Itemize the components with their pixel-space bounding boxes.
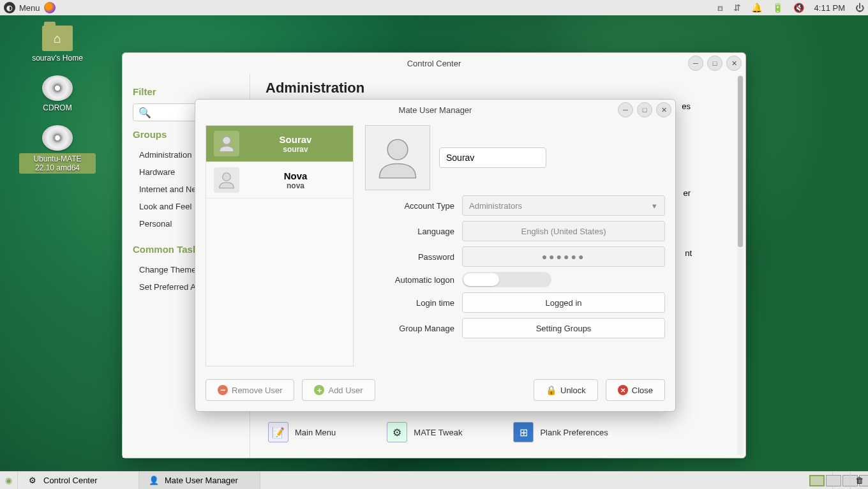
battery-icon[interactable]: 🔋: [772, 3, 783, 13]
show-desktop-button[interactable]: ◉: [0, 472, 18, 490]
login-time-value: Logged in: [545, 298, 581, 308]
trash-icon[interactable]: 🗑: [850, 472, 868, 490]
iso-disc-icon[interactable]: Ubuntu-MATE 22.10 amd64: [19, 125, 96, 174]
taskbar-label: Mate User Manager: [165, 476, 238, 485]
user-details-pane: Account Type Administrators Language Eng…: [365, 125, 665, 366]
workspace-1[interactable]: [809, 475, 825, 486]
home-folder-icon[interactable]: sourav's Home: [19, 26, 96, 63]
auto-logon-toggle[interactable]: [462, 272, 551, 287]
cdrom-icon[interactable]: CDROM: [19, 75, 96, 112]
svg-point-2: [387, 140, 408, 160]
cc-item-mate-tweak[interactable]: ⚙ MATE Tweak: [387, 422, 462, 442]
user-manager-titlebar[interactable]: Mate User Manager ─ □ ✕: [195, 100, 675, 120]
svg-point-0: [223, 137, 231, 145]
main-menu-icon[interactable]: ◐: [4, 2, 15, 13]
window-title: Mate User Manager: [399, 105, 472, 115]
firefox-icon[interactable]: [44, 2, 56, 13]
login-time-button[interactable]: Logged in: [462, 292, 665, 313]
group-manage-label: Group Manage: [365, 324, 454, 333]
user-display-name: Sourav: [246, 134, 345, 145]
bottom-panel: ◉ ⚙ Control Center 👤 Mate User Manager 🗑: [0, 471, 868, 489]
remove-user-button[interactable]: − Remove User: [206, 379, 294, 401]
workspace-switcher[interactable]: [832, 472, 850, 490]
partial-item[interactable]: er: [683, 188, 691, 198]
close-dialog-button[interactable]: ✕ Close: [606, 379, 665, 401]
cdrom-label: CDROM: [43, 103, 71, 112]
cc-item-label: Main Menu: [295, 428, 336, 437]
minimize-button[interactable]: ─: [618, 102, 633, 117]
user-username: nova: [246, 181, 345, 190]
disc-icon: [42, 75, 73, 101]
password-value: ●●●●●●: [542, 252, 586, 262]
language-value: English (United States): [521, 227, 606, 236]
avatar-icon: [214, 131, 239, 156]
taskbar-user-manager[interactable]: 👤 Mate User Manager: [139, 472, 260, 490]
maximize-button[interactable]: □: [707, 56, 722, 71]
svg-point-1: [223, 173, 231, 181]
group-manage-button[interactable]: Setting Groups: [462, 318, 665, 338]
lock-icon: 🔒: [546, 385, 557, 395]
connection-icon[interactable]: ⇵: [733, 3, 741, 13]
user-list-item-nova[interactable]: Nova nova: [206, 162, 353, 199]
password-button[interactable]: ●●●●●●: [462, 246, 665, 267]
account-type-select[interactable]: Administrators: [462, 195, 665, 216]
bluetooth-icon[interactable]: ⧈: [717, 3, 723, 13]
close-icon: ✕: [618, 385, 628, 395]
desktop-icons: sourav's Home CDROM Ubuntu-MATE 22.10 am…: [19, 26, 96, 174]
page-title: Administration: [266, 80, 730, 96]
user-display-name: Nova: [246, 170, 345, 181]
plus-icon: +: [314, 385, 324, 395]
account-type-value: Administrators: [469, 201, 522, 211]
maximize-button[interactable]: □: [637, 102, 652, 117]
control-center-icon: ⚙: [27, 475, 38, 486]
minus-icon: −: [218, 385, 228, 395]
language-label: Language: [365, 227, 454, 236]
volume-icon[interactable]: 🔇: [793, 3, 804, 13]
scrollbar[interactable]: [737, 75, 744, 455]
login-time-label: Login time: [365, 298, 454, 308]
unlock-button[interactable]: 🔒 Unlock: [534, 379, 598, 401]
partial-item[interactable]: nt: [685, 248, 692, 258]
workspace-2[interactable]: [826, 475, 841, 486]
remove-user-label: Remove User: [232, 386, 282, 395]
unlock-label: Unlock: [560, 386, 586, 395]
add-user-button[interactable]: + Add User: [302, 379, 375, 401]
menu-editor-icon: 📝: [268, 422, 288, 442]
close-button[interactable]: ✕: [656, 102, 671, 117]
user-list: Sourav sourav Nova nova: [206, 125, 354, 366]
window-title: Control Center: [407, 59, 461, 68]
user-username: sourav: [246, 145, 345, 154]
menu-label[interactable]: Menu: [19, 3, 40, 13]
close-button[interactable]: ✕: [726, 56, 742, 71]
search-icon: 🔍: [138, 107, 151, 119]
auto-logon-label: Automatic logon: [365, 275, 454, 285]
plank-icon: ⊞: [513, 422, 534, 442]
user-name-input[interactable]: [439, 147, 546, 168]
cc-item-label: Plank Preferences: [540, 428, 608, 437]
partial-item[interactable]: es: [682, 102, 691, 111]
clock[interactable]: 4:11 PM: [814, 3, 845, 13]
filter-heading: Filter: [133, 86, 250, 97]
control-center-titlebar[interactable]: Control Center ─ □ ✕: [123, 53, 745, 73]
cc-item-plank[interactable]: ⊞ Plank Preferences: [513, 422, 608, 442]
user-manager-window: Mate User Manager ─ □ ✕ Sourav sourav: [195, 99, 676, 412]
user-list-item-sourav[interactable]: Sourav sourav: [206, 126, 353, 162]
cc-item-main-menu[interactable]: 📝 Main Menu: [268, 422, 336, 442]
minimize-button[interactable]: ─: [688, 56, 703, 71]
home-folder-label: sourav's Home: [32, 54, 83, 63]
password-label: Password: [365, 252, 454, 262]
iso-label: Ubuntu-MATE 22.10 amd64: [19, 153, 96, 174]
avatar-icon: [214, 167, 239, 193]
notification-icon[interactable]: 🔔: [751, 3, 762, 13]
account-type-label: Account Type: [365, 201, 454, 211]
user-avatar-large[interactable]: [365, 125, 430, 190]
tweak-icon: ⚙: [387, 422, 407, 442]
top-panel: ◐ Menu ⧈ ⇵ 🔔 🔋 🔇 4:11 PM ⏻: [0, 0, 868, 15]
cc-item-label: MATE Tweak: [414, 428, 462, 437]
power-icon[interactable]: ⏻: [855, 3, 864, 13]
folder-icon: [42, 26, 73, 51]
taskbar-control-center[interactable]: ⚙ Control Center: [18, 472, 139, 490]
add-user-label: Add User: [328, 386, 363, 395]
disc-icon: [42, 125, 73, 151]
language-button[interactable]: English (United States): [462, 221, 665, 241]
